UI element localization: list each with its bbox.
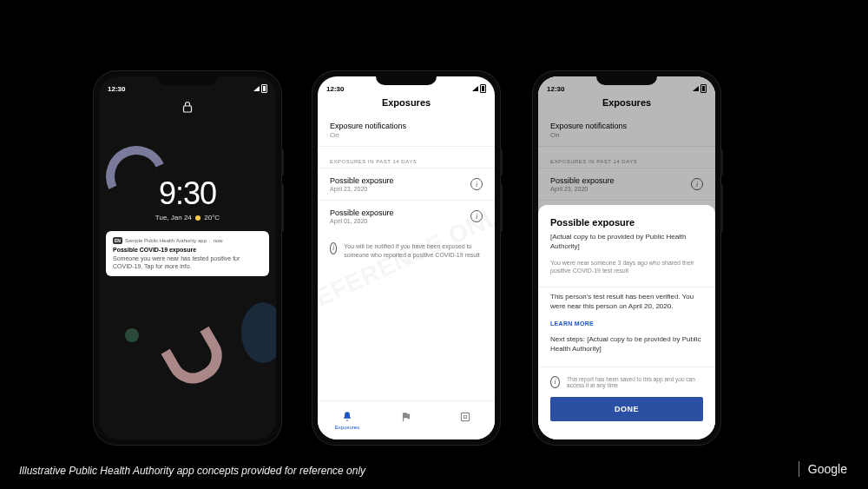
list-caption: Exposures in past 14 days (318, 147, 495, 168)
done-button[interactable]: DONE (550, 397, 703, 421)
sheet-saved-note: i This report has been saved to this app… (550, 376, 703, 388)
signal-icon (253, 86, 260, 91)
info-icon[interactable]: i (470, 210, 483, 222)
svg-rect-1 (461, 413, 469, 420)
slide-caption: Illustrative Public Health Authority app… (19, 465, 365, 477)
battery-icon (261, 84, 267, 93)
exposure-detail-sheet: Possible exposure [Actual copy to be pro… (538, 205, 715, 439)
notif-title: Possible COVID-19 exposure (113, 247, 262, 253)
notif-app-name: Sample Public Health Authority app (125, 238, 207, 243)
notif-time: now (214, 238, 223, 243)
status-time: 12:30 (547, 85, 564, 93)
notif-app-badge: EN (113, 237, 122, 244)
flag-icon (400, 411, 412, 423)
battery-icon (700, 84, 707, 93)
notifications-setting[interactable]: Exposure notifications On (318, 115, 495, 146)
sheet-intro: [Actual copy to be provided by Public He… (550, 233, 703, 252)
learn-more-link[interactable]: LEARN MORE (550, 320, 703, 327)
phone-lockscreen: 12:30 9:30 Tue, Jan 24 20°C EN Sample Pu… (94, 71, 281, 445)
svg-rect-0 (184, 106, 192, 112)
slide: 12:30 9:30 Tue, Jan 24 20°C EN Sample Pu… (0, 0, 868, 489)
signal-icon (472, 86, 478, 91)
weather-sun-icon (195, 215, 201, 221)
info-icon[interactable]: i (470, 178, 483, 190)
bell-icon (341, 411, 353, 423)
status-time: 12:30 (326, 85, 344, 93)
signal-icon (693, 86, 699, 91)
info-icon: i (550, 376, 560, 388)
exposure-notification[interactable]: EN Sample Public Health Authority app · … (106, 231, 269, 276)
google-logo: Google (808, 462, 847, 476)
exposure-row[interactable]: Possible exposure April 01, 2020 i (318, 200, 495, 232)
lock-clock: 9:30 Tue, Jan 24 20°C (99, 175, 276, 221)
sheet-next-steps: Next steps: [Actual copy to be provided … (550, 335, 703, 354)
sheet-verified: This person's test result has been verif… (550, 293, 703, 312)
lock-icon (182, 101, 193, 116)
exposure-row[interactable]: Possible exposure April 23, 2020 i (318, 168, 495, 200)
status-time: 12:30 (108, 85, 125, 93)
notif-body: Someone you were near has tested positiv… (113, 254, 262, 270)
tab-settings[interactable] (436, 401, 495, 439)
clock-date: Tue, Jan 24 20°C (99, 214, 276, 221)
tab-exposures[interactable]: Exposures (318, 401, 377, 439)
gear-box-icon (459, 411, 471, 423)
info-icon: i (330, 242, 337, 254)
tab-flag[interactable] (377, 401, 436, 439)
phone-exposure-detail: 12:30 Exposures Exposure notifications O… (533, 71, 720, 445)
phone-exposures-list: 12:30 REFERENCE ONLY Exposures Exposure … (312, 71, 500, 445)
info-note: i You will be notified if you have been … (318, 232, 495, 270)
sheet-title: Possible exposure (550, 217, 703, 228)
battery-icon (480, 84, 486, 93)
sheet-summary: You were near someone 3 days ago who sha… (550, 259, 703, 275)
svg-point-2 (464, 415, 467, 419)
tab-bar: Exposures (318, 400, 495, 439)
clock-time: 9:30 (99, 175, 276, 212)
brand-lockup: Google (790, 461, 847, 477)
